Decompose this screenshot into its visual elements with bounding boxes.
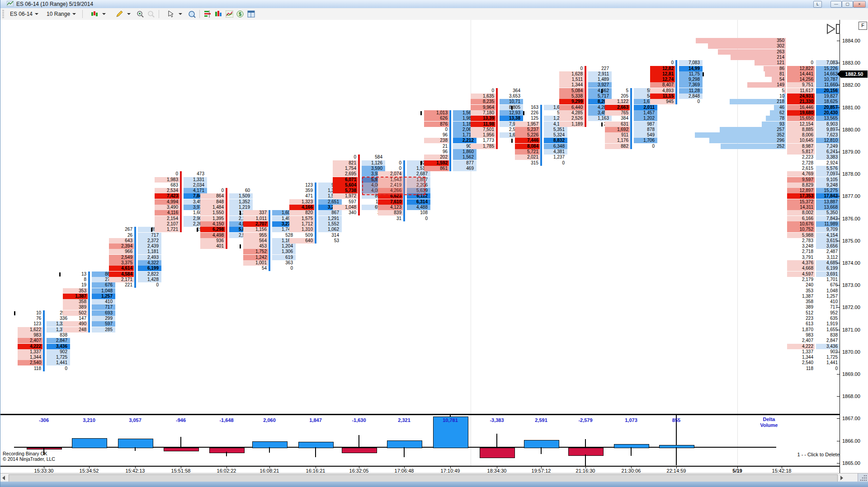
bid-cell: 6,071: [333, 177, 358, 183]
price-tick-label: 1879.00: [842, 149, 860, 155]
annotation-legend[interactable]: 1 - - Click to Delete: [749, 452, 840, 457]
ask-cell: 314: [318, 233, 342, 238]
time-axis-line: [0, 466, 840, 467]
last-price-arrow: [837, 70, 841, 78]
price-tick: [837, 352, 840, 352]
chart-trader-icon[interactable]: [214, 10, 223, 18]
ask-cell: 693: [92, 310, 115, 316]
fixed-scale-button[interactable]: F: [859, 22, 867, 30]
profile-value: 218: [765, 99, 784, 104]
price-tick-label: 1877.00: [842, 193, 860, 199]
session-bid-cell: 21,330: [787, 99, 815, 104]
scrollbar-thumb[interactable]: [9, 474, 838, 482]
toolbar-grip[interactable]: [2, 10, 4, 18]
ask-cell: 1,331: [184, 177, 207, 183]
open-close-tick: [420, 111, 422, 115]
annotation-rect[interactable]: [362, 177, 425, 195]
ask-cell: 5,324: [544, 132, 567, 138]
zoom-in-icon[interactable]: [136, 10, 145, 18]
minimize-button[interactable]: —: [830, 1, 842, 8]
price-tick: [837, 108, 840, 108]
bid-cell: 401: [200, 244, 225, 249]
delta-wick: [496, 434, 497, 447]
session-ask-cell: 13,887: [816, 199, 839, 205]
ask-cell: 902: [47, 349, 70, 355]
profile-value: 296: [765, 138, 784, 143]
scroll-left-icon[interactable]: [2, 476, 5, 480]
horizontal-scrollbar[interactable]: [0, 473, 868, 482]
ask-cell: 1,202: [634, 116, 657, 121]
close-button[interactable]: ×: [853, 1, 866, 8]
zoom-out-icon[interactable]: [146, 10, 156, 18]
price-tick-label: 1866.00: [842, 438, 860, 444]
bid-cell: 13: [63, 272, 88, 277]
profile-value: 149: [765, 82, 784, 88]
bid-cell: 1,344: [18, 355, 42, 360]
bid-cell: 2,394: [109, 244, 134, 249]
ask-cell: 1,441: [47, 360, 70, 365]
session-bid-cell: 2,728: [787, 160, 815, 166]
link-button[interactable]: L: [813, 1, 822, 8]
bid-cell: 4,116: [155, 210, 179, 215]
account-dollar-icon[interactable]: $: [236, 10, 245, 18]
period-dropdown[interactable]: 10 Range: [43, 9, 80, 19]
profile-value: 257: [765, 127, 784, 132]
price-tick-label: 1867.00: [842, 416, 860, 421]
profile-value: 46: [765, 105, 784, 110]
maximize-button[interactable]: ▢: [842, 1, 853, 8]
bid-cell: 1,484: [200, 205, 225, 210]
chart-style-button[interactable]: [85, 9, 109, 19]
bid-cell: 2,663: [605, 105, 630, 110]
session-ask-cell: 7,249: [816, 144, 839, 149]
ask-cell: 4,488: [407, 205, 430, 210]
scroll-right-icon[interactable]: [840, 476, 843, 480]
bid-cell: 5,721: [515, 149, 540, 155]
drawing-tools-button[interactable]: [110, 9, 134, 19]
open-close-tick: [240, 211, 241, 215]
go-to-last-bar-icon[interactable]: [826, 23, 842, 37]
open-close-tick: [511, 106, 513, 110]
bid-cell: 1,395: [200, 216, 225, 221]
candle-line: [226, 188, 227, 249]
ask-cell: 227: [588, 66, 612, 71]
profile-value: 121: [765, 60, 784, 66]
properties-icon[interactable]: [246, 10, 255, 18]
bid-cell: 936: [200, 238, 225, 244]
cursor-tool-button[interactable]: [162, 9, 186, 19]
ask-cell: 410: [92, 299, 115, 304]
title-bar[interactable]: ES 06-14 (10 Range) 5/19/2014 L — ▢ ×: [0, 0, 868, 9]
resize-grip[interactable]: [858, 473, 868, 482]
session-bid-cell: 2,179: [787, 277, 815, 282]
market-depth-icon[interactable]: [203, 10, 212, 18]
delta-wick: [676, 447, 677, 465]
profile-value: 78: [765, 116, 784, 121]
chart-area[interactable]: 3503022632141218681541495102184662789325…: [0, 20, 868, 482]
session-ask-cell: 7,623: [816, 132, 839, 138]
ask-cell: 3,927: [588, 82, 612, 88]
session-bid-cell: 16,446: [787, 105, 815, 110]
panel-separator: [0, 414, 840, 415]
price-tick: [837, 374, 840, 375]
indicators-icon[interactable]: [225, 10, 234, 18]
delta-wick: [359, 435, 359, 447]
delta-wick: [226, 452, 227, 456]
bid-cell: 96: [424, 132, 449, 138]
ask-cell: 2,822: [138, 272, 161, 277]
delta-wick: [315, 447, 316, 457]
profile-value: 93: [765, 122, 784, 127]
bid-cell: 5,084: [559, 88, 584, 94]
bid-cell: 839: [378, 210, 403, 215]
bid-cell: 1,712: [289, 221, 314, 227]
open-close-tick: [420, 161, 422, 165]
session-bid-cell: 4,769: [787, 171, 815, 177]
bid-cell: 3,375: [109, 260, 134, 266]
instrument-dropdown[interactable]: ES 06-14: [6, 9, 42, 19]
candle-line: [675, 60, 677, 104]
session-break-line: [737, 20, 738, 466]
bid-cell: 0: [650, 60, 675, 66]
bid-cell: 1,387: [63, 294, 88, 299]
data-box-icon[interactable]: [187, 10, 196, 18]
bid-cell: 864: [200, 193, 225, 199]
price-tick-label: 1869.00: [842, 371, 860, 377]
bid-cell: 7,446: [515, 138, 540, 143]
